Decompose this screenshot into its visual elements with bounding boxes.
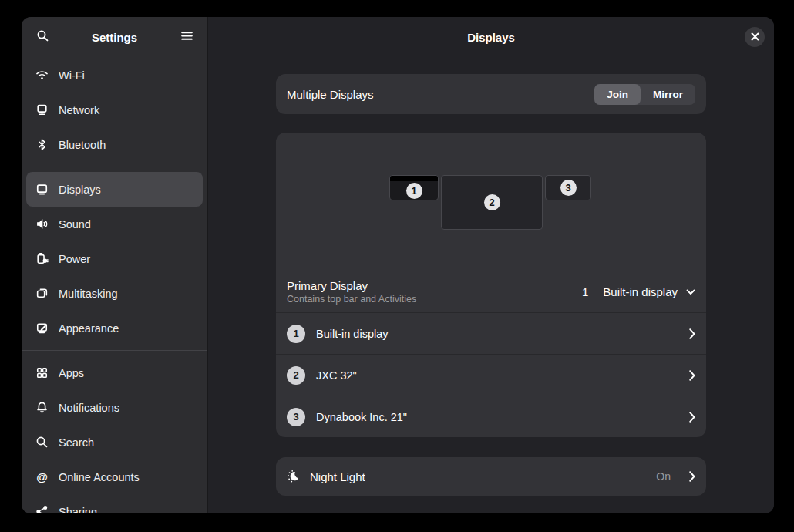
sidebar-item-appearance[interactable]: Appearance (26, 311, 203, 345)
primary-display-dropdown[interactable]: 1 Built-in display (582, 285, 695, 298)
multiple-displays-card: Multiple Displays Join Mirror (276, 74, 706, 114)
appearance-icon (35, 322, 49, 335)
sidebar-item-displays[interactable]: Displays (26, 172, 203, 207)
sidebar-title: Settings (54, 31, 175, 44)
sharing-icon (35, 505, 49, 513)
sidebar-item-label: Bluetooth (59, 139, 106, 151)
display-row-3-badge: 3 (287, 408, 305, 426)
chevron-right-icon (689, 328, 695, 339)
display-row-1-badge: 1 (287, 325, 305, 343)
sidebar-item-bluetooth[interactable]: Bluetooth (26, 127, 203, 162)
night-light-row[interactable]: Night Light On (276, 457, 706, 496)
sidebar-separator (22, 350, 207, 351)
mirror-toggle-button[interactable]: Mirror (641, 84, 695, 105)
apps-icon (35, 366, 49, 379)
main-header: Displays (208, 17, 774, 57)
display-thumbnail-3[interactable]: 3 (545, 175, 591, 200)
sidebar-item-label: Multitasking (59, 288, 118, 300)
multiple-displays-row: Multiple Displays Join Mirror (276, 74, 706, 114)
chevron-right-icon (689, 471, 695, 482)
display-1-badge: 1 (406, 183, 422, 199)
primary-display-label: Primary Display (287, 279, 416, 292)
search-icon (35, 436, 49, 449)
display-thumbnail-2[interactable]: 2 (441, 175, 543, 230)
display-1-top-bar (390, 176, 438, 181)
search-icon (36, 29, 49, 45)
display-arrangement-area: 1 2 3 (276, 133, 706, 271)
displays-icon (35, 183, 49, 196)
multitasking-icon (35, 287, 49, 300)
sidebar-item-sharing[interactable]: Sharing (26, 494, 203, 513)
sidebar-header: Settings (22, 17, 207, 57)
sidebar-item-label: Online Accounts (59, 471, 140, 483)
sidebar-item-label: Search (59, 436, 94, 449)
sidebar-item-label: Apps (59, 367, 84, 379)
page-title: Displays (467, 31, 515, 44)
display-row-1-label: Built-in display (316, 328, 389, 340)
online-accounts-icon: @ (35, 470, 49, 483)
sidebar-item-label: Sharing (59, 506, 97, 514)
primary-display-subtitle: Contains top bar and Activities (287, 294, 416, 305)
sidebar-item-multitasking[interactable]: Multitasking (26, 276, 203, 311)
search-button[interactable] (31, 25, 54, 49)
sidebar-item-online-accounts[interactable]: @ Online Accounts (26, 460, 203, 494)
sidebar-item-network[interactable]: Network (26, 93, 203, 127)
wifi-icon (35, 69, 49, 82)
main-panel: Displays Multiple Displays Join Mirror (208, 17, 774, 513)
night-light-label: Night Light (310, 470, 365, 483)
close-icon (751, 30, 759, 44)
display-row-2[interactable]: 2 JXC 32" (276, 354, 706, 396)
hamburger-menu-icon (180, 29, 193, 45)
primary-display-number: 1 (582, 285, 588, 298)
displays-content: Multiple Displays Join Mirror 1 (276, 57, 706, 496)
close-button[interactable] (745, 27, 765, 47)
sidebar: Settings Wi-Fi Network (22, 17, 208, 513)
sidebar-item-notifications[interactable]: Notifications (26, 390, 203, 425)
night-light-card: Night Light On (276, 457, 706, 496)
display-row-2-badge: 2 (287, 366, 305, 385)
sidebar-item-label: Power (59, 253, 90, 265)
display-row-2-label: JXC 32" (316, 369, 357, 382)
primary-display-value: Built-in display (603, 285, 678, 298)
sidebar-item-apps[interactable]: Apps (26, 355, 203, 390)
sidebar-item-label: Wi-Fi (59, 69, 85, 82)
sidebar-item-label: Sound (59, 218, 91, 231)
sidebar-separator (22, 167, 207, 167)
join-mirror-toggle: Join Mirror (594, 84, 695, 105)
night-light-status: On (656, 470, 671, 483)
primary-display-row: Primary Display Contains top bar and Act… (276, 271, 706, 312)
sidebar-item-label: Appearance (59, 322, 119, 335)
sidebar-item-label: Notifications (59, 402, 119, 414)
sidebar-item-label: Displays (59, 184, 101, 196)
main-menu-button[interactable] (175, 25, 198, 49)
display-row-1[interactable]: 1 Built-in display (276, 312, 706, 354)
join-toggle-button[interactable]: Join (594, 84, 641, 105)
sidebar-list: Wi-Fi Network Bluetooth Displays (22, 57, 207, 513)
bluetooth-icon (35, 138, 49, 151)
power-icon (35, 252, 49, 265)
display-2-badge: 2 (484, 194, 500, 210)
displays-card: 1 2 3 Primary Display Contains top bar a… (276, 133, 706, 437)
chevron-down-icon (686, 289, 695, 295)
display-thumbnail-1[interactable]: 1 (389, 175, 439, 200)
settings-window: Settings Wi-Fi Network (22, 17, 774, 513)
sidebar-item-sound[interactable]: Sound (26, 207, 203, 241)
sidebar-item-power[interactable]: Power (26, 241, 203, 276)
notifications-icon (35, 401, 49, 414)
sound-icon (35, 217, 49, 231)
display-row-3-label: Dynabook Inc. 21" (316, 411, 407, 423)
sidebar-item-search[interactable]: Search (26, 425, 203, 460)
night-light-icon (287, 470, 301, 483)
display-row-3[interactable]: 3 Dynabook Inc. 21" (276, 396, 706, 437)
chevron-right-icon (689, 370, 695, 381)
sidebar-item-label: Network (59, 104, 99, 116)
multiple-displays-label: Multiple Displays (287, 88, 374, 101)
network-icon (35, 103, 49, 116)
chevron-right-icon (689, 412, 695, 423)
sidebar-item-wifi[interactable]: Wi-Fi (26, 58, 203, 93)
display-3-badge: 3 (560, 180, 577, 196)
